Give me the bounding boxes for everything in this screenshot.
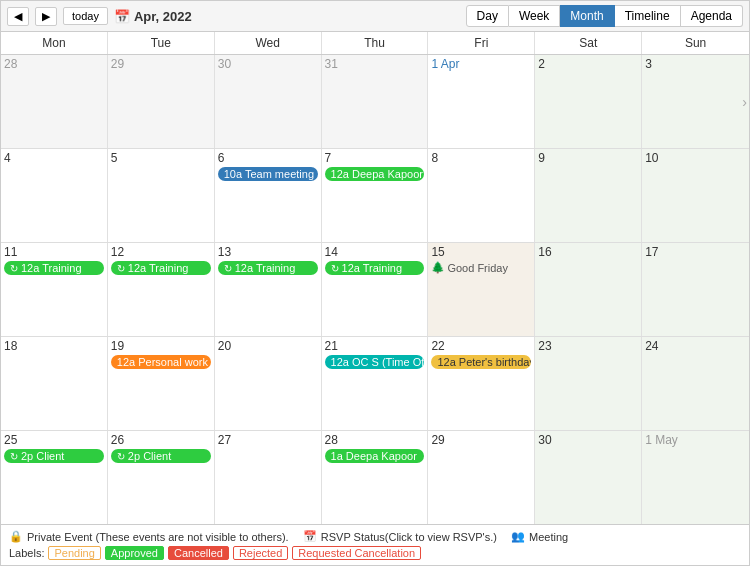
labels-text: Labels: xyxy=(9,547,44,559)
header-sat: Sat xyxy=(535,32,642,54)
week-row: 25 2p Client 26 2p Client 27 28 1a Deepa… xyxy=(1,431,749,524)
day-cell[interactable]: 1 May xyxy=(642,431,749,524)
day-cell[interactable]: 29 xyxy=(108,55,215,148)
refresh-icon xyxy=(117,450,125,462)
legend-labels: Labels: Pending Approved Cancelled Rejec… xyxy=(9,546,741,560)
week-row: 4 5 6 10a Team meeting 7 12a Deepa Kapoo… xyxy=(1,149,749,243)
week-row: 28 29 30 31 1 Apr 2 3› xyxy=(1,55,749,149)
day-cell[interactable]: 28 xyxy=(1,55,108,148)
day-cell[interactable]: 22 12a Peter's birthday xyxy=(428,337,535,430)
event-team-meeting[interactable]: 10a Team meeting xyxy=(218,167,318,181)
day-cell[interactable]: 7 12a Deepa Kapoor xyxy=(322,149,429,242)
view-timeline-button[interactable]: Timeline xyxy=(615,5,681,27)
today-button[interactable]: today xyxy=(63,7,108,25)
header-tue: Tue xyxy=(108,32,215,54)
view-week-button[interactable]: Week xyxy=(509,5,560,27)
event-oc-time-off[interactable]: 12a OC S (Time Off: xyxy=(325,355,425,369)
legend: 🔒 Private Event (These events are not vi… xyxy=(1,524,749,565)
event-training-12[interactable]: 12a Training xyxy=(111,261,211,275)
event-deepa-kapoor-7[interactable]: 12a Deepa Kapoor xyxy=(325,167,425,181)
day-cell[interactable]: 10 xyxy=(642,149,749,242)
prev-button[interactable]: ◀ xyxy=(7,7,29,26)
calendar-grid: Mon Tue Wed Thu Fri Sat Sun 28 29 30 31 … xyxy=(1,32,749,524)
legend-row-icons: 🔒 Private Event (These events are not vi… xyxy=(9,530,741,543)
event-deepa-kapoor-28[interactable]: 1a Deepa Kapoor xyxy=(325,449,425,463)
event-peters-birthday[interactable]: 12a Peter's birthday xyxy=(431,355,531,369)
view-month-button[interactable]: Month xyxy=(560,5,614,27)
badge-rejected[interactable]: Rejected xyxy=(233,546,288,560)
event-client-26[interactable]: 2p Client xyxy=(111,449,211,463)
view-buttons: Day Week Month Timeline Agenda xyxy=(466,5,743,27)
week-row: 18 19 12a Personal work 20 21 12a OC S (… xyxy=(1,337,749,431)
day-cell[interactable]: 14 12a Training xyxy=(322,243,429,336)
view-agenda-button[interactable]: Agenda xyxy=(681,5,743,27)
week-row: 11 12a Training 12 12a Training 13 12a T… xyxy=(1,243,749,337)
day-cell[interactable]: 16 xyxy=(535,243,642,336)
day-cell[interactable]: 17 xyxy=(642,243,749,336)
private-event-text: Private Event (These events are not visi… xyxy=(27,531,289,543)
weeks: 28 29 30 31 1 Apr 2 3› 4 5 6 10a Team me… xyxy=(1,55,749,524)
day-cell[interactable]: 2 xyxy=(535,55,642,148)
event-personal-work[interactable]: 12a Personal work xyxy=(111,355,211,369)
day-cell[interactable]: 31 xyxy=(322,55,429,148)
rsvp-text: RSVP Status(Click to view RSVP's.) xyxy=(321,531,497,543)
event-training-14[interactable]: 12a Training xyxy=(325,261,425,275)
day-cell[interactable]: 1 Apr xyxy=(428,55,535,148)
day-cell[interactable]: 5 xyxy=(108,149,215,242)
scroll-arrow: › xyxy=(742,94,747,110)
day-cell[interactable]: 25 2p Client xyxy=(1,431,108,524)
day-cell[interactable]: 30 xyxy=(215,55,322,148)
day-cell[interactable]: 13 12a Training xyxy=(215,243,322,336)
badge-cancelled[interactable]: Cancelled xyxy=(168,546,229,560)
day-cell[interactable]: 30 xyxy=(535,431,642,524)
day-cell[interactable]: 18 xyxy=(1,337,108,430)
day-cell[interactable]: 23 xyxy=(535,337,642,430)
meeting-icon: 👥 xyxy=(511,530,525,543)
tree-icon: 🌲 xyxy=(431,261,445,274)
good-friday-label: 🌲 Good Friday xyxy=(431,261,531,274)
badge-pending[interactable]: Pending xyxy=(48,546,100,560)
refresh-icon xyxy=(10,262,18,274)
day-cell[interactable]: 8 xyxy=(428,149,535,242)
event-training-11[interactable]: 12a Training xyxy=(4,261,104,275)
day-cell[interactable]: 4 xyxy=(1,149,108,242)
calendar-header: ◀ ▶ today 📅 Apr, 2022 Day Week Month Tim… xyxy=(1,1,749,32)
day-cell[interactable]: 11 12a Training xyxy=(1,243,108,336)
refresh-icon xyxy=(224,262,232,274)
day-cell-good-friday[interactable]: 15 🌲 Good Friday xyxy=(428,243,535,336)
day-cell[interactable]: 24 xyxy=(642,337,749,430)
header-mon: Mon xyxy=(1,32,108,54)
badge-requested-cancellation[interactable]: Requested Cancellation xyxy=(292,546,421,560)
day-cell[interactable]: 21 12a OC S (Time Off: xyxy=(322,337,429,430)
day-cell[interactable]: 26 2p Client xyxy=(108,431,215,524)
meeting-text: Meeting xyxy=(529,531,568,543)
day-cell[interactable]: 29 xyxy=(428,431,535,524)
rsvp-icon: 📅 xyxy=(303,530,317,543)
header-thu: Thu xyxy=(322,32,429,54)
refresh-icon xyxy=(117,262,125,274)
lock-icon: 🔒 xyxy=(9,530,23,543)
day-cell[interactable]: 20 xyxy=(215,337,322,430)
view-day-button[interactable]: Day xyxy=(466,5,509,27)
day-cell[interactable]: 6 10a Team meeting xyxy=(215,149,322,242)
day-cell[interactable]: 28 1a Deepa Kapoor xyxy=(322,431,429,524)
event-training-13[interactable]: 12a Training xyxy=(218,261,318,275)
day-cell[interactable]: 27 xyxy=(215,431,322,524)
day-cell[interactable]: 19 12a Personal work xyxy=(108,337,215,430)
day-cell[interactable]: 9 xyxy=(535,149,642,242)
badge-approved[interactable]: Approved xyxy=(105,546,164,560)
refresh-icon xyxy=(331,262,339,274)
calendar-container: ◀ ▶ today 📅 Apr, 2022 Day Week Month Tim… xyxy=(0,0,750,566)
next-button[interactable]: ▶ xyxy=(35,7,57,26)
event-client-25[interactable]: 2p Client xyxy=(4,449,104,463)
day-cell[interactable]: 3› xyxy=(642,55,749,148)
header-sun: Sun xyxy=(642,32,749,54)
header-wed: Wed xyxy=(215,32,322,54)
day-headers: Mon Tue Wed Thu Fri Sat Sun xyxy=(1,32,749,55)
refresh-icon xyxy=(10,450,18,462)
day-cell[interactable]: 12 12a Training xyxy=(108,243,215,336)
header-fri: Fri xyxy=(428,32,535,54)
month-label: 📅 Apr, 2022 xyxy=(114,9,460,24)
calendar-icon: 📅 xyxy=(114,9,130,24)
